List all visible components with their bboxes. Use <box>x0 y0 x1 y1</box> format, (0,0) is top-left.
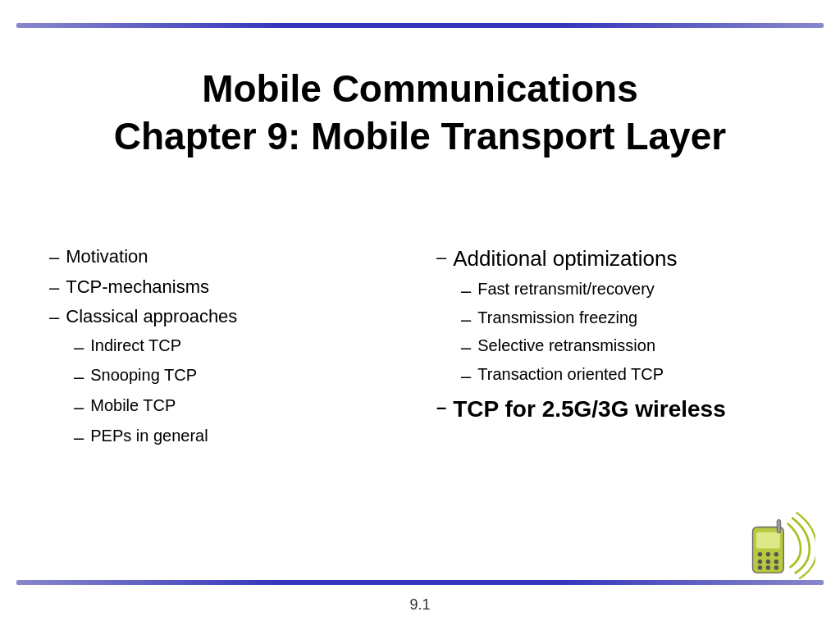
bullet-dash: – <box>74 336 84 360</box>
list-item: – Selective retransmission <box>436 336 791 360</box>
list-item: – TCP for 2.5G/3G wireless <box>436 396 791 422</box>
svg-rect-11 <box>777 520 781 533</box>
phone-icon <box>742 509 815 582</box>
list-item: – Snooping TCP <box>49 366 404 390</box>
item-motivation: Motivation <box>66 246 148 267</box>
bullet-dash: – <box>461 365 471 389</box>
left-column: – Motivation – TCP-mechanisms – Classica… <box>49 246 404 456</box>
bullet-dash: – <box>74 396 84 420</box>
list-item: – TCP-mechanisms <box>49 276 404 300</box>
bullet-dash: – <box>49 246 59 270</box>
bullet-dash: – <box>436 246 446 270</box>
item-transaction-tcp: Transaction oriented TCP <box>477 365 664 384</box>
list-item: – Classical approaches <box>49 306 404 330</box>
item-additional-opts: Additional optimizations <box>453 246 677 272</box>
svg-point-8 <box>758 565 762 569</box>
list-item: – PEPs in general <box>49 427 404 450</box>
slide-title: Mobile Communications Chapter 9: Mobile … <box>49 66 791 160</box>
title-line2: Chapter 9: Mobile Transport Layer <box>114 115 726 158</box>
bullet-dash: – <box>461 308 471 332</box>
title-area: Mobile Communications Chapter 9: Mobile … <box>49 66 791 160</box>
svg-point-6 <box>766 559 770 564</box>
item-indirect-tcp: Indirect TCP <box>90 336 181 355</box>
bullet-dash: – <box>49 276 59 300</box>
list-item: – Transmission freezing <box>436 308 791 332</box>
page-number: 9.1 <box>0 596 840 614</box>
list-item: – Additional optimizations <box>436 246 791 272</box>
bullet-dash: – <box>74 366 84 390</box>
list-item: – Fast retransmit/recovery <box>436 280 791 304</box>
item-peps: PEPs in general <box>90 427 208 445</box>
bullet-dash: – <box>436 396 446 420</box>
item-fast-retransmit: Fast retransmit/recovery <box>477 280 655 299</box>
bullet-dash: – <box>461 336 471 360</box>
item-snooping-tcp: Snooping TCP <box>90 366 197 385</box>
content-area: – Motivation – TCP-mechanisms – Classica… <box>49 246 791 456</box>
title-line1: Mobile Communications <box>202 67 638 110</box>
svg-rect-1 <box>756 532 780 549</box>
bottom-decorative-bar <box>16 580 824 585</box>
svg-point-10 <box>774 565 778 569</box>
bullet-dash: – <box>461 280 471 304</box>
svg-point-2 <box>758 552 762 556</box>
list-item: – Indirect TCP <box>49 336 404 360</box>
item-classical-approaches: Classical approaches <box>66 306 237 327</box>
svg-point-7 <box>774 559 778 564</box>
bullet-dash: – <box>74 427 84 450</box>
svg-point-3 <box>766 552 770 556</box>
svg-point-9 <box>766 565 770 569</box>
item-tcp-mechanisms: TCP-mechanisms <box>66 276 209 298</box>
list-item: – Mobile TCP <box>49 396 404 420</box>
right-column: – Additional optimizations – Fast retran… <box>420 246 791 456</box>
item-transmission-freezing: Transmission freezing <box>477 308 637 327</box>
list-item: – Transaction oriented TCP <box>436 365 791 389</box>
top-decorative-bar <box>16 23 824 28</box>
svg-point-5 <box>758 559 762 564</box>
item-selective-retransmission: Selective retransmission <box>477 336 655 355</box>
list-item: – Motivation <box>49 246 404 270</box>
item-tcp-25g-3g: TCP for 2.5G/3G wireless <box>453 396 726 422</box>
slide: Mobile Communications Chapter 9: Mobile … <box>0 0 840 630</box>
svg-point-4 <box>774 552 778 556</box>
item-mobile-tcp: Mobile TCP <box>90 396 176 415</box>
bullet-dash: – <box>49 306 59 330</box>
